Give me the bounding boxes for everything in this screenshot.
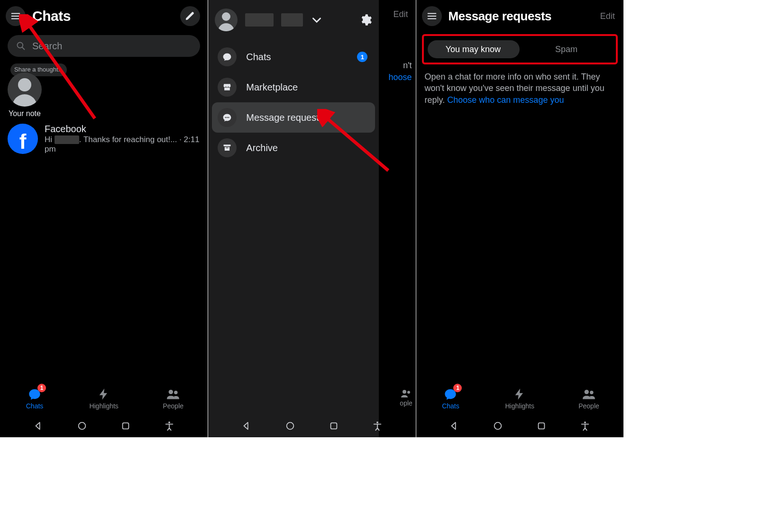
nav-home-icon[interactable] [285,421,295,431]
search-icon [16,41,26,51]
svg-point-2 [169,389,173,394]
tab-chats[interactable]: 1 Chats [416,382,485,415]
bolt-icon [513,388,526,401]
people-icon [166,388,180,401]
page-title: Message requests [449,9,551,24]
menu-archive[interactable]: Archive [212,133,375,163]
nav-home-icon[interactable] [493,421,503,431]
screen-chats: Chats Search Share a thought... Your not… [0,0,208,437]
edit-link[interactable]: Edit [600,11,615,21]
search-placeholder: Search [32,41,62,52]
page-title: Chats [32,8,71,24]
tab-label: Highlights [89,402,118,410]
svg-rect-15 [330,423,337,429]
tab-chats[interactable]: 1 Chats [0,382,69,415]
nav-back-icon[interactable] [241,421,252,431]
chat-name: Facebook [45,124,200,135]
tab-label: Highlights [505,402,534,410]
gear-icon[interactable] [359,13,372,27]
header: Message requests Edit [416,0,623,30]
menu-button[interactable] [422,6,442,26]
redacted-pill [245,13,274,27]
account-avatar[interactable] [215,9,238,31]
screen-message-requests: Message requests Edit You may know Spam … [416,0,623,437]
nav-recent-icon[interactable] [120,421,131,431]
svg-rect-20 [539,423,545,429]
storefront-icon [218,78,237,97]
menu-button[interactable] [6,6,26,26]
android-nav [208,415,415,437]
android-nav [416,415,623,437]
svg-point-9 [225,117,226,118]
chat-text: Facebook Hi . Thanks for reaching out!..… [45,124,200,154]
svg-point-8 [407,391,410,394]
bolt-icon [97,388,110,401]
menu-chats[interactable]: Chats 1 [212,42,375,72]
menu-label: Marketplace [246,82,298,93]
segment-you-may-know[interactable]: You may know [427,45,520,54]
menu-label: Message requests [246,112,323,123]
svg-point-6 [168,422,170,424]
svg-rect-12 [224,144,231,146]
menu-badge: 1 [357,52,367,62]
redacted-pill [281,13,303,27]
android-nav [0,415,208,437]
nav-recent-icon[interactable] [329,421,339,431]
svg-point-10 [227,117,228,118]
tab-highlights[interactable]: Highlights [69,382,138,415]
message-request-icon [218,108,237,127]
nav-recent-icon[interactable] [536,421,547,431]
menu-message-requests[interactable]: Message requests [212,102,375,133]
svg-point-16 [376,422,378,424]
segmented-control: You may know Spam [427,39,613,59]
bottom-tabs: 1 Chats Highlights People [0,382,208,415]
nav-back-icon[interactable] [33,421,44,431]
svg-point-19 [494,423,502,430]
note-label: Your note [9,109,200,118]
search-input[interactable]: Search [8,35,200,57]
pencil-icon [185,11,195,21]
people-icon [582,388,595,401]
tab-people[interactable]: People [554,382,623,415]
tab-people[interactable]: People [138,382,208,415]
chevron-down-icon[interactable] [311,14,323,26]
nav-back-icon[interactable] [449,421,459,431]
hamburger-icon [10,11,21,21]
side-drawer: Chats 1 Marketplace Message requests Arc… [208,0,379,437]
nav-accessibility-icon[interactable] [164,421,174,431]
chat-row[interactable]: f Facebook Hi . Thanks for reaching out!… [0,118,208,160]
chat-icon [218,47,237,66]
drawer-menu: Chats 1 Marketplace Message requests Arc… [208,42,379,163]
choose-who-link[interactable]: Choose who can message you [447,95,564,105]
edit-link-peek[interactable]: Edit [394,9,408,19]
drawer-header [208,0,379,42]
nav-home-icon[interactable] [77,421,87,431]
svg-point-14 [287,423,294,430]
redacted-name [55,135,79,144]
tab-label: People [578,402,599,410]
menu-label: Chats [246,52,271,63]
background-text-peek: n'thoose [389,60,412,83]
svg-point-3 [174,390,177,394]
tab-label: People [163,402,183,410]
svg-point-21 [584,422,586,424]
svg-point-18 [590,390,593,394]
chats-badge: 1 [453,384,462,392]
tab-people-peek: ople [400,389,413,407]
nav-accessibility-icon[interactable] [372,421,383,431]
compose-button[interactable] [180,6,200,26]
self-avatar [8,72,42,107]
nav-accessibility-icon[interactable] [580,421,590,431]
your-note[interactable]: Share a thought... Your note [0,63,208,118]
screen-menu: Edit n'thoose ople Chats 1 [208,0,415,437]
svg-point-11 [228,117,229,118]
svg-point-17 [585,389,589,394]
segment-spam[interactable]: Spam [520,45,613,54]
tab-highlights[interactable]: Highlights [485,382,554,415]
info-text: Open a chat for more info on who sent it… [416,71,623,106]
menu-label: Archive [246,143,278,153]
chat-preview: Hi . Thanks for reaching out!... · 2:11 … [45,135,200,154]
tutorial-highlight-box: You may know Spam [422,34,618,64]
menu-marketplace[interactable]: Marketplace [212,72,375,102]
archive-icon [218,138,237,157]
